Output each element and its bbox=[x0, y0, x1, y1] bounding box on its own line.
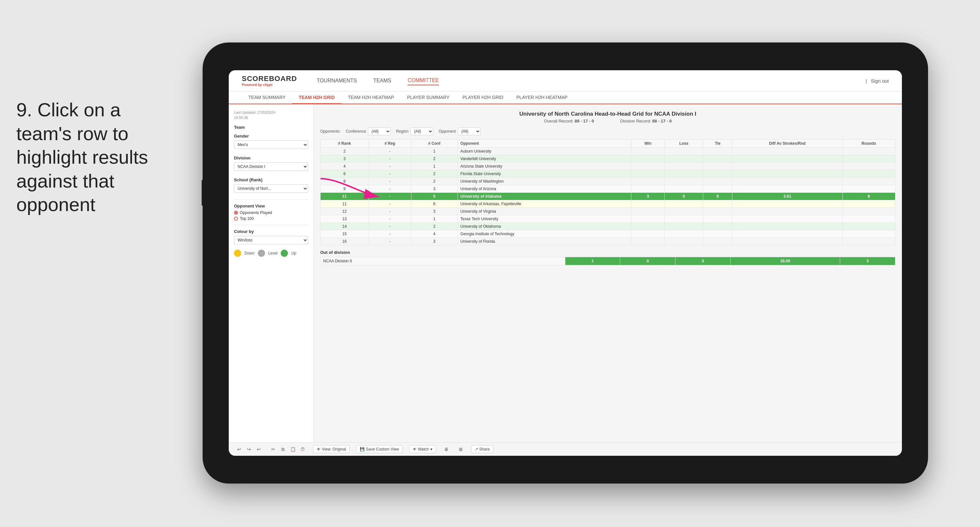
rank-cell: 16 bbox=[321, 238, 369, 245]
copy-icon[interactable]: ⧉ bbox=[279, 445, 287, 453]
opponent-filter: Opponent (All) bbox=[439, 127, 481, 135]
sidebar-school-label: School (Rank) bbox=[234, 177, 308, 182]
watch-icon: 👁 bbox=[413, 447, 417, 452]
nav-tournaments[interactable]: TOURNAMENTS bbox=[317, 76, 357, 85]
tie-cell bbox=[703, 238, 732, 245]
view-original-btn[interactable]: 👁 View: Original bbox=[313, 445, 350, 453]
sub-nav: TEAM SUMMARY TEAM H2H GRID TEAM H2H HEAT… bbox=[229, 91, 902, 104]
sidebar-division-select[interactable]: NCAA Division I bbox=[234, 162, 308, 171]
table-row[interactable]: 6-2Florida State University bbox=[321, 170, 896, 178]
opponent-cell: Georgia Institute of Technology bbox=[458, 230, 631, 238]
conf-cell: 1 bbox=[411, 163, 458, 170]
out-of-division-row[interactable]: NCAA Division II 1 0 0 26.00 3 bbox=[321, 257, 896, 265]
undo-icon[interactable]: ↩ bbox=[235, 445, 243, 453]
win-cell bbox=[631, 200, 665, 208]
toolbar-history-group: ↩ ↪ ↩ bbox=[235, 445, 263, 453]
sidebar-meta: Last Updated: 27/03/2024 16:55:38 bbox=[234, 110, 308, 120]
sidebar-school-select[interactable]: University of Nort... bbox=[234, 184, 308, 193]
table-row[interactable]: 11-6University of Arkansas, Fayetteville bbox=[321, 200, 896, 208]
conf-cell: 2 bbox=[411, 155, 458, 163]
sub-nav-team-h2h-grid[interactable]: TEAM H2H GRID bbox=[292, 91, 341, 104]
loss-cell bbox=[665, 208, 703, 215]
table-body: 2-1Auburn University3-2Vanderbilt Univer… bbox=[321, 148, 896, 245]
sign-out-link[interactable]: Sign out bbox=[871, 78, 889, 84]
rank-cell: 13 bbox=[321, 215, 369, 223]
watch-btn[interactable]: 👁 Watch ▾ bbox=[409, 445, 436, 453]
share-btn[interactable]: ↗ Share bbox=[471, 445, 493, 453]
scene: 9. Click on a team's row to highlight re… bbox=[0, 0, 980, 527]
conf-cell: 2 bbox=[411, 178, 458, 185]
table-row[interactable]: 14-2University of Oklahoma bbox=[321, 223, 896, 230]
rounds-cell bbox=[842, 155, 895, 163]
opponent-cell: Auburn University bbox=[458, 148, 631, 155]
table-row[interactable]: 12-3University of Virginia bbox=[321, 208, 896, 215]
th-reg: # Reg bbox=[369, 140, 411, 148]
conf-cell: 1 bbox=[411, 215, 458, 223]
radio-opponents-played[interactable]: Opponents Played bbox=[234, 210, 308, 215]
sidebar-gender-select[interactable]: Men's bbox=[234, 140, 308, 149]
watch-chevron: ▾ bbox=[430, 447, 432, 452]
rounds-cell bbox=[842, 163, 895, 170]
opponent-cell: Florida State University bbox=[458, 170, 631, 178]
sidebar-division-label: Division bbox=[234, 156, 308, 161]
region-select[interactable]: (All) bbox=[410, 127, 433, 135]
grid-icon[interactable]: ⊞ bbox=[457, 445, 465, 453]
share-label: Share bbox=[479, 447, 490, 452]
conf-cell: 6 bbox=[411, 200, 458, 208]
win-cell bbox=[631, 163, 665, 170]
nav-committee[interactable]: COMMITTEE bbox=[407, 76, 439, 85]
reg-cell: - bbox=[369, 215, 411, 223]
rank-cell: 8 bbox=[321, 178, 369, 185]
conference-select[interactable]: (All) bbox=[368, 127, 391, 135]
colour-by-select[interactable]: Win/loss bbox=[234, 236, 308, 244]
out-div-tie: 0 bbox=[675, 257, 731, 265]
sub-nav-team-summary[interactable]: TEAM SUMMARY bbox=[242, 91, 292, 103]
table-row[interactable]: 3-2Vanderbilt University bbox=[321, 155, 896, 163]
conf-cell: 4 bbox=[411, 230, 458, 238]
sub-nav-player-h2h-grid[interactable]: PLAYER H2H GRID bbox=[456, 91, 510, 103]
filters-row: Opponents: Conference (All) Region (All) bbox=[320, 127, 896, 135]
scissors-icon[interactable]: ✂ bbox=[269, 445, 277, 453]
table-row[interactable]: 11-5University of Alabama3002.618 bbox=[321, 193, 896, 200]
rank-cell: 11 bbox=[321, 200, 369, 208]
opponent-cell: University of Alabama bbox=[458, 193, 631, 200]
diff-cell bbox=[732, 208, 842, 215]
paste-icon[interactable]: 📋 bbox=[289, 445, 297, 453]
opponent-cell: Texas Tech University bbox=[458, 215, 631, 223]
diff-cell: 2.61 bbox=[732, 193, 842, 200]
screen-icon[interactable]: 🖥 bbox=[442, 445, 450, 453]
table-row[interactable]: 4-1Arizona State University bbox=[321, 163, 896, 170]
undo2-icon[interactable]: ↩ bbox=[255, 445, 263, 453]
table-row[interactable]: 8-2University of Washington bbox=[321, 178, 896, 185]
win-cell bbox=[631, 148, 665, 155]
redo-icon[interactable]: ↪ bbox=[245, 445, 253, 453]
save-custom-view-btn[interactable]: 💾 Save Custom View bbox=[356, 445, 402, 453]
opponent-select[interactable]: (All) bbox=[458, 127, 481, 135]
tie-cell bbox=[703, 185, 732, 193]
loss-cell bbox=[665, 163, 703, 170]
table-row[interactable]: 9-3University of Arizona bbox=[321, 185, 896, 193]
table-row[interactable]: 2-1Auburn University bbox=[321, 148, 896, 155]
radio-top-100[interactable]: Top 100 bbox=[234, 216, 308, 221]
win-cell bbox=[631, 170, 665, 178]
h2h-table: # Rank # Reg # Conf Opponent Win Loss Ti… bbox=[320, 139, 896, 245]
rounds-cell bbox=[842, 178, 895, 185]
table-row[interactable]: 13-1Texas Tech University bbox=[321, 215, 896, 223]
legend-dot-level bbox=[258, 250, 265, 257]
sub-nav-team-h2h-heatmap[interactable]: TEAM H2H HEATMAP bbox=[342, 91, 401, 103]
reg-cell: - bbox=[369, 178, 411, 185]
table-row[interactable]: 16-3University of Florida bbox=[321, 238, 896, 245]
clock-icon[interactable]: ⏱ bbox=[299, 445, 307, 453]
loss-cell bbox=[665, 155, 703, 163]
diff-cell bbox=[732, 178, 842, 185]
reg-cell: - bbox=[369, 193, 411, 200]
nav-teams[interactable]: TEAMS bbox=[373, 76, 391, 85]
table-row[interactable]: 15-4Georgia Institute of Technology bbox=[321, 230, 896, 238]
rounds-cell bbox=[842, 215, 895, 223]
out-div-loss: 0 bbox=[620, 257, 675, 265]
main-content: Last Updated: 27/03/2024 16:55:38 Team G… bbox=[229, 104, 902, 443]
diff-cell bbox=[732, 155, 842, 163]
opponent-cell: University of Virginia bbox=[458, 208, 631, 215]
sub-nav-player-h2h-heatmap[interactable]: PLAYER H2H HEATMAP bbox=[510, 91, 574, 103]
sub-nav-player-summary[interactable]: PLAYER SUMMARY bbox=[401, 91, 456, 103]
